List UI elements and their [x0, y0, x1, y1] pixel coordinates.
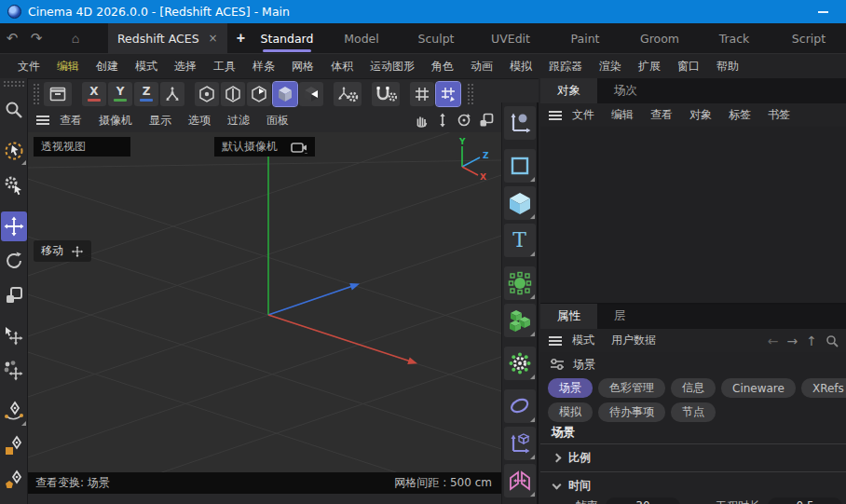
lock-x-axis-button[interactable]: X [82, 82, 106, 106]
bend-deformer-icon[interactable] [504, 389, 536, 423]
am-menu-mode[interactable]: 模式 [565, 333, 602, 348]
menu-tools[interactable]: 工具 [205, 59, 244, 75]
magnify-tool-icon[interactable] [1, 95, 27, 125]
palette-drag-handle[interactable] [3, 80, 25, 88]
viewport-menu-view[interactable]: 查看 [52, 113, 89, 129]
arrows-sphere-icon[interactable] [504, 106, 536, 140]
multi-move-tool-icon[interactable] [1, 356, 27, 386]
maximize-view-icon[interactable] [479, 113, 494, 128]
viewport-menu-filter[interactable]: 过滤 [220, 113, 257, 129]
attr-tab-scene[interactable]: 场景 [548, 378, 593, 398]
model-mode-icon[interactable] [273, 82, 297, 106]
object-list[interactable] [540, 127, 846, 303]
menu-help[interactable]: 帮助 [708, 59, 747, 75]
attr-tab-todo[interactable]: 待办事项 [598, 402, 665, 422]
close-tab-icon[interactable]: × [209, 32, 218, 45]
layout-tab-paint[interactable]: Paint [548, 23, 622, 53]
viewport-hamburger-icon[interactable] [35, 115, 50, 126]
points-mode-icon[interactable] [195, 82, 219, 106]
viewport-canvas[interactable]: 透视视图 默认摄像机 移动 Y Z X [28, 132, 501, 472]
text-spline-icon[interactable]: T [504, 224, 536, 257]
group-scale[interactable]: 比例 [540, 445, 846, 470]
menu-select[interactable]: 选择 [166, 59, 205, 75]
polygons-mode-icon[interactable] [247, 82, 271, 106]
tab-layers[interactable]: 层 [597, 304, 643, 329]
attr-tab-info[interactable]: 信息 [671, 378, 716, 398]
menu-window[interactable]: 窗口 [669, 59, 708, 75]
attr-tab-simulation[interactable]: 模拟 [548, 402, 593, 422]
om-menu-edit[interactable]: 编辑 [604, 107, 641, 123]
viewport-menu-options[interactable]: 选项 [181, 113, 218, 129]
effector-gear-icon[interactable] [504, 347, 536, 380]
attribute-manager-hamburger-icon[interactable] [548, 335, 563, 347]
search-icon[interactable] [826, 334, 839, 347]
tab-attributes[interactable]: 属性 [540, 304, 597, 329]
menu-file[interactable]: 文件 [9, 59, 48, 75]
document-tab[interactable]: Redshift ACES × [108, 23, 227, 53]
orbit-icon[interactable] [457, 113, 471, 128]
menu-spline[interactable]: 样条 [244, 59, 283, 75]
camera-icon[interactable] [291, 141, 307, 154]
texture-mode-icon[interactable] [299, 82, 323, 106]
quantize-grid-icon[interactable] [436, 82, 460, 106]
coordinate-box-icon[interactable] [44, 82, 72, 106]
menu-create[interactable]: 创建 [88, 59, 127, 75]
tab-objects[interactable]: 对象 [540, 78, 597, 103]
nav-back-icon[interactable]: ← [768, 334, 779, 348]
attr-tab-cineware[interactable]: Cineware [721, 378, 796, 398]
menu-animate[interactable]: 动画 [462, 59, 501, 75]
menu-tracker[interactable]: 跟踪器 [540, 59, 591, 75]
redo-button[interactable]: ↷ [24, 26, 48, 50]
move-tool-icon[interactable] [1, 211, 27, 241]
menu-mode[interactable]: 模式 [127, 59, 166, 75]
layout-tab-model[interactable]: Model [324, 23, 399, 53]
minimize-button[interactable] [807, 0, 839, 23]
viewport-menu-panel[interactable]: 面板 [259, 113, 296, 129]
attr-tab-color-management[interactable]: 色彩管理 [598, 378, 665, 398]
select-move-tool-icon[interactable] [1, 321, 27, 351]
tab-takes[interactable]: 场次 [597, 78, 654, 103]
edges-mode-icon[interactable] [221, 82, 245, 106]
attr-tab-xrefs[interactable]: XRefs [801, 378, 846, 398]
undo-button[interactable]: ↶ [0, 26, 24, 50]
subdivision-surface-icon[interactable] [504, 266, 536, 300]
symmetry-icon[interactable] [504, 464, 536, 497]
object-manager-hamburger-icon[interactable] [548, 110, 563, 121]
lock-z-axis-button[interactable]: Z [134, 82, 158, 106]
axis-settings-icon[interactable] [334, 82, 362, 106]
project-duration-field[interactable]: 0.5 [768, 497, 842, 504]
menu-render[interactable]: 渲染 [591, 59, 630, 75]
rectangle-spline-icon[interactable] [504, 149, 536, 183]
nav-up-icon[interactable]: ↑ [806, 334, 817, 348]
attr-tab-nodes[interactable]: 节点 [671, 402, 716, 422]
cloner-icon[interactable] [504, 304, 536, 337]
camera-label-group[interactable]: 默认摄像机 [214, 137, 315, 157]
nav-forward-icon[interactable]: → [787, 334, 798, 348]
menu-volume[interactable]: 体积 [322, 59, 362, 75]
om-menu-file[interactable]: 文件 [565, 107, 602, 123]
polygon-spline-tool-icon[interactable] [1, 466, 27, 496]
scale-tool-icon[interactable] [1, 280, 27, 310]
cube-primitive-icon[interactable] [504, 186, 536, 220]
layout-tab-sculpt[interactable]: Sculpt [399, 23, 473, 53]
fps-value-field[interactable]: 30 [606, 497, 680, 504]
workplane-grid-icon[interactable] [410, 82, 434, 106]
layout-tab-uvedit[interactable]: UVEdit [473, 23, 548, 53]
spline-pen-tool-icon[interactable] [1, 397, 27, 427]
pan-hand-icon[interactable] [414, 113, 429, 128]
view-name-label[interactable]: 透视视图 [34, 137, 130, 157]
field-axis-icon[interactable] [504, 427, 536, 460]
menu-mograph[interactable]: 运动图形 [362, 59, 423, 75]
menu-extensions[interactable]: 扩展 [630, 59, 669, 75]
layout-tab-groom[interactable]: Groom [622, 23, 697, 53]
menu-edit[interactable]: 编辑 [48, 59, 88, 75]
menu-mesh[interactable]: 网格 [283, 59, 322, 75]
layout-tab-script[interactable]: Script [771, 23, 846, 53]
om-menu-view[interactable]: 查看 [643, 107, 680, 123]
om-menu-tags[interactable]: 标签 [721, 107, 758, 123]
layout-tab-track[interactable]: Track [697, 23, 771, 53]
menu-character[interactable]: 角色 [423, 59, 462, 75]
om-menu-bookmarks[interactable]: 书签 [760, 107, 798, 123]
free-axis-icon[interactable] [160, 82, 184, 106]
om-menu-objects[interactable]: 对象 [682, 107, 719, 123]
